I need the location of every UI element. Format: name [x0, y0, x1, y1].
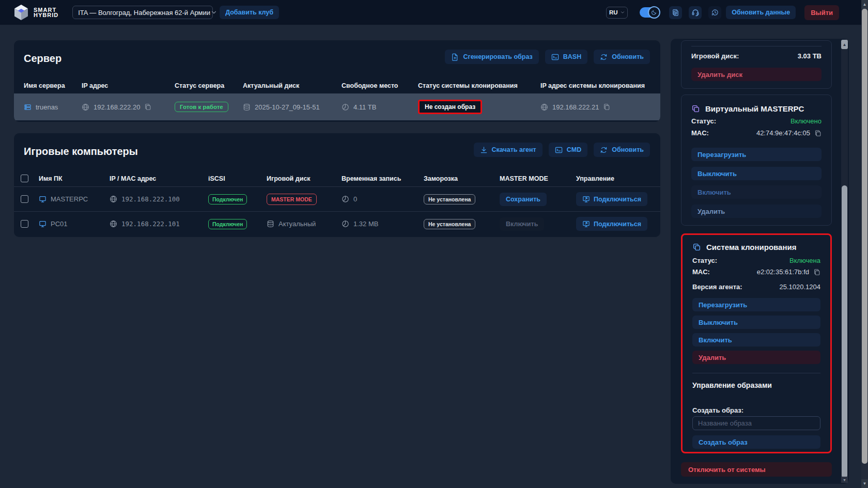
globe-icon — [82, 103, 89, 111]
server-panel: Сервер Сгенерировать образ BASH Обновить… — [14, 40, 660, 122]
clone-shutdown-button[interactable]: Выключить — [692, 316, 820, 329]
refresh-icon — [600, 146, 608, 154]
freeze-badge: Не установлена — [424, 219, 475, 229]
moon-icon — [648, 6, 660, 19]
vm-status: Включено — [791, 117, 822, 125]
clone-poweron-button[interactable]: Включить — [692, 333, 820, 347]
delete-disk-button[interactable]: Удалить диск — [691, 68, 822, 81]
file-plus-icon — [451, 53, 459, 61]
cmd-button[interactable]: CMD — [549, 143, 587, 157]
sidebar-scrollbar[interactable]: ▲ ▼ — [841, 40, 848, 483]
pc-name: MASTERPC — [51, 195, 88, 203]
club-select[interactable]: ITA — Волгоград, Набережная 62-й Армии — [72, 6, 213, 19]
refresh-data-button[interactable]: Обновить данные — [726, 6, 796, 19]
master-mode-save-button[interactable]: Сохранить — [500, 193, 547, 206]
temp-record: 0 — [353, 195, 357, 203]
theme-toggle[interactable] — [640, 7, 659, 18]
virtual-masterpc-card: Виртуальный MASTERPC Статус: Включено MA… — [681, 95, 832, 226]
clone-status-badge: Не создан образ — [418, 100, 482, 114]
freeze-badge: Не установлена — [424, 194, 475, 204]
temp-record: 1.32 MB — [353, 220, 378, 228]
pie-icon — [342, 220, 349, 228]
scroll-down-button[interactable]: ▼ — [841, 477, 848, 483]
server-ip: 192.168.222.20 — [94, 103, 140, 111]
logout-button[interactable]: Выйти — [804, 5, 839, 20]
computers-table-header: Имя ПК IP / MAC адрес iSCSI Игровой диск… — [14, 170, 660, 186]
copy-icon[interactable] — [603, 103, 610, 111]
vm-mac: 42:74:9e:47:4c:05 — [756, 129, 810, 137]
pc-ip: 192.168.222.100 — [121, 195, 180, 203]
chevron-down-icon — [210, 9, 218, 16]
computer-row-pc01[interactable]: PC01 192.168.222.101 Подключен Актуальны… — [14, 211, 660, 236]
scroll-up-button[interactable]: ▲ — [841, 40, 848, 49]
vm-card-title: Виртуальный MASTERPC — [705, 104, 804, 113]
divider — [692, 373, 820, 373]
row-checkbox[interactable] — [21, 195, 28, 203]
scrollbar-thumb[interactable] — [842, 185, 847, 478]
clone-delete-button[interactable]: Удалить — [692, 351, 820, 364]
row-checkbox[interactable] — [21, 220, 28, 228]
iscsi-status-badge: Подключен — [208, 219, 247, 229]
copy-icon[interactable] — [144, 103, 151, 111]
game-disk-value: 3.03 TB — [798, 52, 822, 60]
game-disk-label: Игровой диск: — [691, 52, 739, 60]
copy-icon[interactable] — [813, 269, 820, 276]
copy-icon[interactable] — [814, 130, 822, 137]
brand-name: SMART HYBRID — [34, 7, 58, 18]
server-table-row[interactable]: truenas 192.168.222.20 Готов к работе 20… — [14, 93, 660, 120]
server-actual-disk: 2025-10-27_09-15-51 — [255, 103, 320, 111]
add-club-button[interactable]: Добавить клуб — [220, 6, 279, 19]
image-name-input[interactable] — [692, 416, 820, 430]
master-mode-enable-button[interactable]: Включить — [500, 217, 544, 231]
clone-mac: e2:02:35:61:7b:fd — [757, 268, 809, 276]
history-button[interactable] — [708, 6, 721, 19]
globe-icon — [110, 220, 117, 228]
generate-image-button[interactable]: Сгенерировать образ — [445, 50, 538, 64]
language-select[interactable]: RU — [606, 7, 628, 19]
server-panel-title: Сервер — [24, 53, 61, 65]
vm-reboot-button[interactable]: Перезагрузить — [691, 148, 822, 161]
pie-icon — [342, 103, 349, 111]
bash-button[interactable]: BASH — [545, 50, 587, 64]
scroll-down-button[interactable]: ▼ — [861, 479, 868, 488]
computers-refresh-button[interactable]: Обновить — [594, 143, 650, 157]
clone-reboot-button[interactable]: Перезагрузить — [692, 298, 820, 311]
computer-row-masterpc[interactable]: MASTERPC 192.168.222.100 Подключен MASTE… — [14, 186, 660, 211]
monitor-icon — [39, 220, 47, 228]
create-image-button[interactable]: Создать образ — [692, 435, 820, 449]
remote-connect-icon — [582, 195, 590, 203]
vm-shutdown-button[interactable]: Выключить — [691, 167, 822, 180]
computers-panel: Игровые компьютеры Скачать агент CMD Обн… — [14, 133, 660, 237]
support-button[interactable] — [689, 6, 702, 19]
select-all-checkbox[interactable] — [21, 175, 28, 182]
server-free-space: 4.11 TB — [353, 103, 376, 111]
globe-icon — [110, 195, 117, 203]
download-icon — [480, 146, 488, 154]
game-disk-label: Актуальный — [278, 220, 316, 228]
disk-icon — [267, 220, 274, 228]
computers-panel-title: Игровые компьютеры — [24, 146, 138, 158]
page-scrollbar[interactable]: ▲ ▼ — [861, 0, 868, 488]
vm-poweron-button[interactable]: Включить — [691, 185, 822, 199]
server-table-header: Имя сервера IP адрес Статус сервера Акту… — [14, 77, 660, 93]
server-refresh-button[interactable]: Обновить — [594, 50, 650, 64]
remote-connect-icon — [582, 220, 590, 228]
globe-icon — [540, 103, 548, 111]
logo-cube-icon — [13, 4, 29, 21]
download-agent-button[interactable]: Скачать агент — [474, 143, 542, 157]
iscsi-status-badge: Подключен — [208, 194, 247, 204]
navbar: SMART HYBRID ITA — Волгоград, Набережная… — [0, 0, 861, 25]
refresh-icon — [600, 53, 608, 61]
disconnect-button[interactable]: Отключить от системы — [681, 462, 832, 477]
documents-button[interactable] — [669, 6, 682, 19]
terminal-icon — [551, 53, 559, 61]
game-disk-card: Игровой диск: 3.03 TB Удалить диск — [681, 40, 832, 89]
connect-button[interactable]: Подключиться — [576, 192, 647, 206]
scroll-up-button[interactable]: ▲ — [861, 0, 868, 9]
connect-button[interactable]: Подключиться — [576, 217, 647, 231]
disk-icon — [243, 103, 251, 111]
scrollbar-thumb[interactable] — [862, 9, 867, 464]
vm-delete-button[interactable]: Удалить — [691, 204, 822, 218]
clone-card-title: Система клонирования — [706, 243, 797, 251]
agent-version: 25.1020.1204 — [779, 283, 820, 291]
